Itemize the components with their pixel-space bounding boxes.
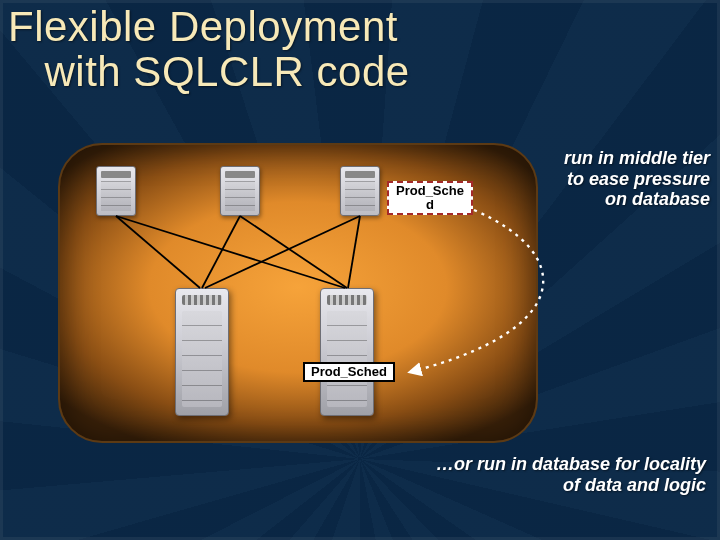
mini-server-3 — [340, 166, 380, 216]
mini-server-1 — [96, 166, 136, 216]
slide-title: Flexible Deployment with SQLCLR code — [8, 4, 410, 95]
tower-server-2 — [320, 288, 374, 416]
annotation-middle-tier: run in middle tier to ease pressure on d… — [540, 148, 710, 210]
annotation-db-tier: …or run in database for locality of data… — [426, 454, 706, 495]
mini-server-2 — [220, 166, 260, 216]
db-tier-module-label: Prod_Sched — [303, 362, 395, 382]
tower-server-1 — [175, 288, 229, 416]
middle-tier-module-label: Prod_Sche d — [387, 181, 473, 215]
